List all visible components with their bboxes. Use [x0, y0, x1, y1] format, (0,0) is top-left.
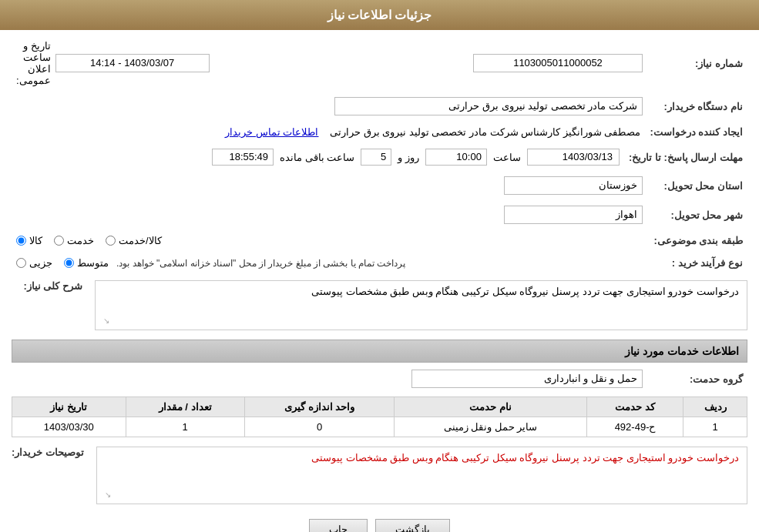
buyer-notes-value: درخواست خودرو استیجاری جهت تردد پرسنل نی…	[105, 452, 739, 490]
table-row: 1 ح-49-492 سایر حمل ونقل زمینی 0 1 1403/…	[12, 417, 747, 437]
category-section: طبقه بندی موضوعی: کالا خدمت کالا/خدمت	[12, 233, 747, 249]
category-kala-khedmat-label: کالا/خدمت	[119, 235, 162, 246]
requester-section: نام دستگاه خریدار: شرکت مادر تخصصی تولید…	[12, 95, 747, 118]
services-table-header: ردیف کد حدمت نام حدمت واحد اندازه گیری ت…	[12, 397, 747, 417]
need-desc-value: درخواست خودرو استیجاری جهت تردد پرسنل نی…	[103, 286, 739, 316]
category-kala-khedmat-radio[interactable]	[106, 236, 116, 246]
process-motavaset-item: متوسط	[64, 257, 109, 269]
col-unit: واحد اندازه گیری	[244, 397, 395, 417]
requester-org-cell: شرکت مادر تخصصی تولید نیروی برق حرارتی	[12, 95, 647, 118]
cell-date: 1403/03/30	[12, 417, 126, 437]
creator-value: مصطفی شورانگیز کارشناس شرکت مادر تخصصی ت…	[330, 126, 641, 138]
resize-handle-desc: ↘	[103, 316, 739, 325]
announce-date-label: تاریخ و ساعت اعلان عمومی:	[16, 40, 51, 86]
need-desc-container: درخواست خودرو استیجاری جهت تردد پرسنل نی…	[95, 277, 747, 333]
col-name: نام حدمت	[395, 397, 587, 417]
response-remaining-label: ساعت باقی مانده	[280, 152, 354, 163]
category-khedmat-item: خدمت	[54, 235, 94, 246]
buyer-notes-box: درخواست خودرو استیجاری جهت تردد پرسنل نی…	[96, 447, 747, 504]
page-wrapper: جزئیات اطلاعات نیاز شماره نیاز: 11030050…	[0, 0, 759, 532]
service-group-label: گروه حدمت:	[647, 367, 747, 390]
response-day-label: روز و	[398, 152, 419, 163]
category-kala-radio[interactable]	[16, 236, 26, 246]
response-remaining: 18:55:49	[212, 149, 274, 166]
category-label: طبقه بندی موضوعی:	[647, 233, 747, 249]
response-days: 5	[361, 149, 391, 166]
cell-row: 1	[683, 417, 747, 437]
category-khedmat-label: خدمت	[67, 235, 94, 246]
col-date: تاریخ نیاز	[12, 397, 126, 417]
button-group: بازگشت چاپ	[12, 519, 747, 532]
process-type-label: نوع فرآیند خرید :	[647, 255, 747, 271]
city-value: اهواز	[504, 206, 643, 224]
buyer-notes-section: توصیحات خریدار: درخواست خودرو استیجاری ج…	[12, 443, 747, 507]
services-table: ردیف کد حدمت نام حدمت واحد اندازه گیری ت…	[12, 396, 747, 437]
need-desc-label: شرح کلی نیاز:	[12, 277, 89, 292]
category-kala-khedmat-item: کالا/خدمت	[106, 235, 162, 246]
category-khedmat-radio[interactable]	[54, 236, 64, 246]
creator-label: ایجاد کننده درخواست:	[645, 124, 747, 140]
creator-section: ایجاد کننده درخواست: مصطفی شورانگیز کارش…	[12, 124, 747, 140]
province-section: استان محل تحویل: خوزستان	[12, 174, 747, 197]
buyer-notes-container: درخواست خودرو استیجاری جهت تردد پرسنل نی…	[96, 443, 747, 507]
category-cell: کالا خدمت کالا/خدمت	[12, 233, 647, 249]
cell-code: ح-49-492	[586, 417, 683, 437]
need-desc-section: شرح کلی نیاز: درخواست خودرو استیجاری جهت…	[12, 277, 747, 333]
response-time-label: ساعت	[493, 152, 521, 163]
need-number-label: شماره نیاز:	[647, 38, 747, 89]
process-section: نوع فرآیند خرید : جزیی متوسط	[12, 255, 747, 271]
back-button[interactable]: بازگشت	[375, 519, 450, 532]
service-group-section: گروه حدمت: حمل و نقل و انبارداری	[12, 367, 747, 390]
process-jozi-label: جزیی	[29, 257, 52, 269]
need-number-value-cell: 1103005011000052	[214, 38, 647, 89]
need-desc-box: درخواست خودرو استیجاری جهت تردد پرسنل نی…	[95, 280, 747, 330]
service-group-cell: حمل و نقل و انبارداری	[12, 367, 647, 390]
process-jozi-radio[interactable]	[16, 258, 26, 268]
creator-cell: مصطفی شورانگیز کارشناس شرکت مادر تخصصی ت…	[12, 124, 645, 140]
need-number-section: شماره نیاز: 1103005011000052 1403/03/07 …	[12, 38, 747, 89]
province-value: خوزستان	[504, 176, 643, 195]
main-content: شماره نیاز: 1103005011000052 1403/03/07 …	[0, 30, 759, 532]
process-motavaset-radio[interactable]	[64, 258, 74, 268]
services-section-label: اطلاعات خدمات مورد نیاز	[625, 345, 739, 357]
province-label: استان محل تحویل:	[647, 174, 747, 197]
city-label: شهر محل تحویل:	[647, 203, 747, 226]
col-row: ردیف	[683, 397, 747, 417]
deadline-section: مهلت ارسال پاسخ: تا تاریخ: 1403/03/13 سا…	[12, 146, 747, 168]
category-kala-label: کالا	[29, 235, 42, 246]
requester-org-label: نام دستگاه خریدار:	[647, 95, 747, 118]
resize-handle-notes: ↘	[105, 490, 739, 499]
process-jozi-item: جزیی	[16, 257, 52, 269]
deadline-cell: 1403/03/13 ساعت 10:00 روز و 5 ساعت باقی …	[12, 146, 624, 168]
process-motavaset-label: متوسط	[77, 257, 109, 269]
city-section: شهر محل تحویل: اهواز	[12, 203, 747, 226]
cell-quantity: 1	[126, 417, 244, 437]
contact-link[interactable]: اطلاعات تماس خریدار	[225, 126, 318, 138]
page-header: جزئیات اطلاعات نیاز	[0, 0, 759, 30]
page-title: جزئیات اطلاعات نیاز	[327, 8, 432, 22]
services-table-body: 1 ح-49-492 سایر حمل ونقل زمینی 0 1 1403/…	[12, 417, 747, 437]
response-time: 10:00	[425, 149, 487, 166]
col-quantity: تعداد / مقدار	[126, 397, 244, 417]
service-group-value: حمل و نقل و انبارداری	[411, 370, 643, 388]
city-cell: اهواز	[12, 203, 647, 226]
response-date: 1403/03/13	[527, 149, 620, 166]
announce-date-value: 1403/03/07 - 14:14	[55, 54, 210, 72]
col-code: کد حدمت	[586, 397, 683, 417]
print-button[interactable]: چاپ	[309, 519, 368, 532]
province-cell: خوزستان	[12, 174, 647, 197]
category-kala-item: کالا	[16, 235, 42, 246]
response-deadline-label: مهلت ارسال پاسخ: تا تاریخ:	[624, 146, 747, 168]
process-note: پرداخت تمام یا بخشی از مبلغ خریدار از مح…	[116, 258, 405, 269]
buyer-notes-label: توصیحات خریدار:	[12, 443, 90, 458]
requester-org-value: شرکت مادر تخصصی تولید نیروی برق حرارتی	[334, 97, 643, 115]
process-cell: جزیی متوسط پرداخت تمام یا بخشی از مبلغ خ…	[12, 255, 647, 271]
need-number-value: 1103005011000052	[473, 54, 643, 72]
cell-name: سایر حمل ونقل زمینی	[395, 417, 587, 437]
services-section-header: اطلاعات خدمات مورد نیاز	[12, 340, 747, 363]
cell-unit: 0	[244, 417, 395, 437]
